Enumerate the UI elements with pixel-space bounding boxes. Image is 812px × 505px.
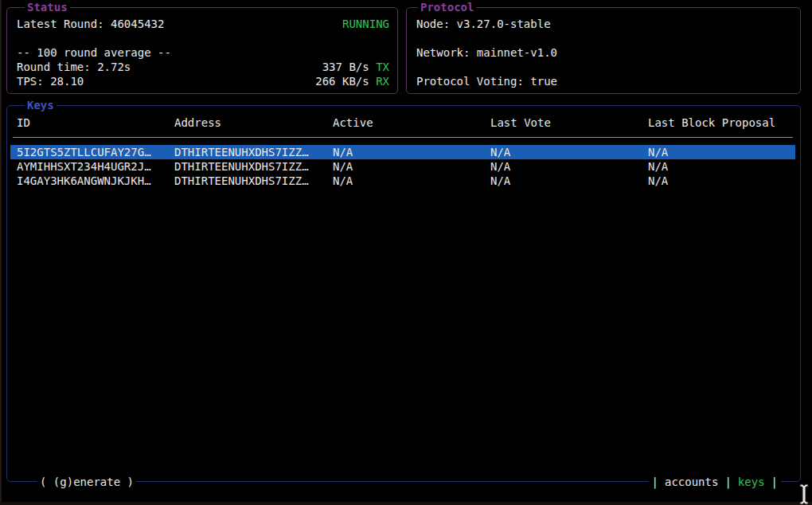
cell-address: DTHIRTEENUHXDHS7IZZ… [174, 174, 333, 188]
table-row[interactable]: I4GAY3HK6ANGWNJKJKH… DTHIRTEENUHXDHS7IZZ… [10, 174, 795, 188]
tx-rate: 337 B/s TX [322, 60, 389, 74]
window-edge-bottom [0, 502, 812, 505]
round-time-text: Round time: 2.72s [17, 60, 131, 74]
cell-last-block-proposal: N/A [648, 174, 795, 188]
protocol-panel-title: Protocol [418, 0, 476, 14]
tx-rate-value: 337 B/s [322, 61, 369, 73]
rx-rate: 266 KB/s RX [315, 74, 389, 88]
column-header-last-vote: Last Vote [490, 115, 648, 130]
column-header-id: ID [17, 115, 174, 130]
status-line-round-time: Round time: 2.72s 337 B/s TX [17, 60, 389, 74]
cell-id: 5I2GTS5ZTLLCUFAY27G… [17, 145, 174, 159]
table-row[interactable]: 5I2GTS5ZTLLCUFAY27G… DTHIRTEENUHXDHS7IZZ… [10, 145, 795, 159]
spacer [416, 31, 792, 45]
cell-id: I4GAY3HK6ANGWNJKJKH… [17, 174, 174, 188]
cell-last-block-proposal: N/A [648, 145, 795, 159]
cell-id: AYMIHHSXT234H4UGR2J… [17, 159, 174, 174]
cell-last-vote: N/A [490, 174, 648, 188]
tab-accounts[interactable]: accounts [658, 476, 724, 488]
table-row[interactable]: AYMIHHSXT234H4UGR2J… DTHIRTEENUHXDHS7IZZ… [10, 159, 795, 174]
protocol-line-network: Network: mainnet-v1.0 [416, 45, 792, 60]
cell-address: DTHIRTEENUHXDHS7IZZ… [174, 145, 333, 159]
window-edge-left [0, 0, 2, 505]
average-header-text: -- 100 round average -- [17, 45, 171, 60]
cell-last-vote: N/A [490, 159, 648, 174]
footer-tabs: |accounts|keys| [649, 475, 781, 489]
node-version-text: Node: v3.27.0-stable [416, 17, 551, 31]
cell-active: N/A [333, 159, 490, 174]
status-line-tps: TPS: 28.10 266 KB/s RX [17, 74, 389, 88]
rx-rate-label: RX [376, 75, 389, 88]
tab-keys[interactable]: keys [732, 476, 771, 488]
tx-rate-label: TX [376, 61, 389, 73]
status-line-latest-round: Latest Round: 46045432 RUNNING [17, 17, 389, 31]
tps-text: TPS: 28.10 [17, 74, 84, 88]
cell-address: DTHIRTEENUHXDHS7IZZ… [174, 159, 333, 174]
protocol-panel: Protocol Node: v3.27.0-stable Network: m… [406, 7, 801, 94]
latest-round-text: Latest Round: 46045432 [17, 17, 164, 31]
spacer [17, 31, 389, 45]
header-separator [13, 137, 793, 138]
status-line-average-header: -- 100 round average -- [17, 45, 389, 60]
cell-active: N/A [333, 174, 490, 188]
running-status-badge: RUNNING [342, 17, 389, 31]
status-panel: Status Latest Round: 46045432 RUNNING --… [6, 7, 398, 94]
keys-table-body: 5I2GTS5ZTLLCUFAY27G… DTHIRTEENUHXDHS7IZZ… [10, 145, 795, 188]
network-text: Network: mainnet-v1.0 [416, 45, 557, 60]
keys-table-header: ID Address Active Last Vote Last Block P… [10, 115, 795, 130]
generate-button[interactable]: ( (g)enerate ) [37, 475, 136, 489]
keys-panel-title: Keys [25, 98, 57, 112]
column-header-address: Address [174, 115, 333, 130]
cell-last-vote: N/A [490, 145, 648, 159]
column-header-active: Active [333, 115, 490, 130]
cell-active: N/A [333, 145, 490, 159]
protocol-line-voting: Protocol Voting: true [416, 74, 792, 88]
protocol-line-node: Node: v3.27.0-stable [416, 17, 792, 31]
tab-separator: | [652, 476, 658, 488]
spacer [416, 60, 792, 74]
tab-separator: | [724, 476, 731, 488]
rx-rate-value: 266 KB/s [315, 75, 369, 88]
keys-panel: Keys ID Address Active Last Vote Last Bl… [6, 105, 801, 482]
status-panel-title: Status [25, 0, 70, 14]
ibeam-cursor-icon [797, 483, 811, 505]
column-header-last-block-proposal: Last Block Proposal [648, 115, 795, 130]
tab-separator: | [771, 476, 778, 488]
protocol-voting-text: Protocol Voting: true [416, 74, 557, 88]
cell-last-block-proposal: N/A [648, 159, 795, 174]
